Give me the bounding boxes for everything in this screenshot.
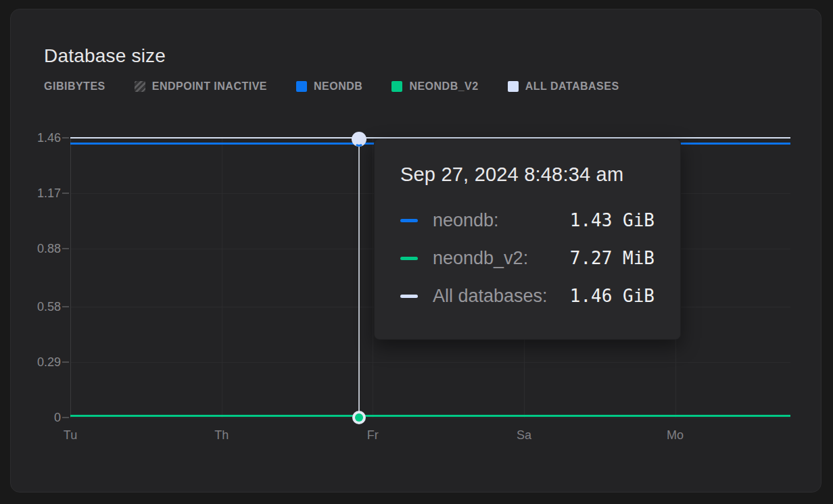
hover-point-neondb-v2 (355, 413, 363, 422)
tooltip-row-value: 1.43 GiB (570, 210, 654, 230)
y-axis-tick (62, 306, 69, 307)
y-axis-label: 1.17 (18, 186, 61, 201)
gridline-vertical (222, 138, 222, 418)
tooltip-timestamp: Sep 27, 2024 8:48:34 am (400, 163, 654, 186)
database-size-chart: 00.290.580.881.171.46TuThFrSaMo Sep 27, … (0, 0, 833, 504)
y-axis-label: 0.58 (18, 299, 61, 313)
tooltip-row-label: neondb: (433, 210, 499, 231)
series-line-neondb-v2 (70, 415, 790, 417)
neondb-line-swatch-icon (400, 219, 418, 222)
gridline-horizontal (70, 418, 790, 418)
all-databases-line-swatch-icon (400, 295, 418, 298)
x-axis-label: Th (214, 428, 229, 443)
tooltip-row-neondb: neondb: 1.43 GiB (400, 210, 654, 230)
x-axis-label: Fr (367, 428, 379, 443)
neondb-v2-line-swatch-icon (400, 257, 418, 260)
y-axis-label: 0.29 (18, 355, 61, 369)
gridline-horizontal (70, 362, 790, 363)
tooltip-row-value: 7.27 MiB (570, 248, 654, 268)
tooltip-row-neondb-v2: neondb_v2: 7.27 MiB (400, 248, 654, 268)
tooltip-row-value: 1.46 GiB (570, 286, 654, 306)
y-axis-label: 1.46 (18, 131, 61, 145)
tooltip-row-all-databases: All databases: 1.46 GiB (400, 286, 654, 306)
y-axis-tick (62, 193, 69, 194)
y-axis-tick (62, 137, 69, 138)
hover-point-neondb (354, 137, 364, 147)
tooltip-rows: neondb: 1.43 GiB neondb_v2: 7.27 MiB All… (400, 210, 654, 306)
y-axis-tick (62, 248, 69, 249)
y-axis-tick (62, 361, 69, 363)
database-size-page: Database size GIBIBYTES ENDPOINT INACTIV… (0, 0, 833, 504)
tooltip-row-label: neondb_v2: (433, 248, 528, 269)
x-axis-label: Tu (64, 428, 77, 443)
x-axis-label: Sa (517, 428, 531, 443)
x-axis-label: Mo (667, 428, 684, 443)
chart-tooltip: Sep 27, 2024 8:48:34 am neondb: 1.43 GiB… (374, 138, 681, 340)
y-axis-tick (62, 417, 69, 418)
tooltip-row-label: All databases: (433, 286, 548, 307)
y-axis-label: 0.88 (18, 242, 61, 256)
gridline-vertical (70, 138, 71, 418)
crosshair-line (358, 139, 360, 418)
y-axis-label: 0 (18, 411, 61, 425)
